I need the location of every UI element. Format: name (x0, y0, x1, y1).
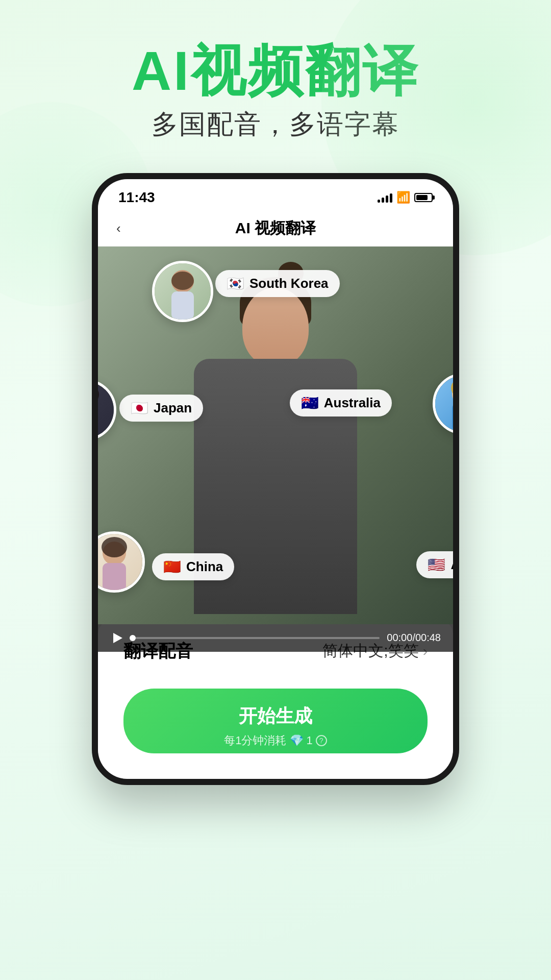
battery-icon (414, 193, 433, 202)
svg-rect-1 (171, 291, 194, 320)
current-time: 00:00 (387, 632, 412, 643)
svg-point-2 (171, 272, 194, 290)
status-bar: 11:43 📶 (98, 179, 453, 211)
progress-dot (130, 635, 136, 641)
battery-fill (416, 195, 428, 200)
cost-amount: 1 (307, 734, 313, 747)
play-button[interactable] (110, 630, 126, 646)
avatar-south-korea (152, 261, 213, 322)
status-time: 11:43 (118, 189, 155, 206)
phone-frame: 11:43 📶 (92, 173, 459, 785)
info-icon[interactable]: ? (316, 735, 327, 746)
badge-south-korea: 🇰🇷 South Korea (215, 270, 340, 297)
phone-inner: 11:43 📶 (98, 179, 453, 779)
svg-rect-7 (452, 403, 453, 431)
total-time: 00:48 (415, 632, 441, 643)
cost-prefix: 每1分钟消耗 (224, 733, 286, 748)
start-button-text: 开始生成 (239, 704, 312, 729)
south-korea-flag: 🇰🇷 (227, 275, 244, 292)
play-triangle-icon (113, 633, 122, 643)
avatar-china (98, 531, 145, 593)
australia-label: Australia (324, 395, 381, 411)
america-flag: 🇺🇸 (428, 556, 445, 573)
app-navbar: ‹ AI 视频翻译 (98, 211, 453, 247)
svg-point-11 (102, 537, 127, 557)
progress-bar[interactable] (133, 637, 380, 639)
start-button[interactable]: 开始生成 每1分钟消耗 💎 1 ? (123, 689, 428, 753)
person-head (242, 287, 309, 366)
svg-point-5 (98, 383, 99, 406)
video-area: 🇰🇷 South Korea 🇯🇵 Japan 🇦🇺 Australia (98, 247, 453, 624)
japan-flag: 🇯🇵 (131, 400, 148, 416)
badge-japan: 🇯🇵 Japan (119, 395, 203, 422)
svg-rect-10 (103, 563, 126, 590)
south-korea-label: South Korea (249, 276, 329, 291)
status-icons: 📶 (378, 191, 433, 204)
nav-title: AI 视频翻译 (235, 218, 316, 239)
time-display: 00:00/00:48 (387, 632, 441, 644)
phone-mockup: 11:43 📶 (92, 173, 459, 785)
video-background: 🇰🇷 South Korea 🇯🇵 Japan 🇦🇺 Australia (98, 247, 453, 624)
australia-flag: 🇦🇺 (301, 395, 319, 411)
page-container: AI视频翻译 多国配音，多语字幕 11:43 📶 (0, 0, 551, 980)
japan-label: Japan (154, 400, 192, 416)
back-button[interactable]: ‹ (116, 220, 121, 236)
badge-australia: 🇦🇺 Australia (290, 389, 392, 416)
badge-china: 🇨🇳 China (152, 553, 234, 580)
signal-icon (378, 192, 392, 203)
china-flag: 🇨🇳 (163, 558, 181, 575)
avatar-japan (98, 379, 116, 440)
america-label: America (450, 557, 453, 573)
start-button-subtitle: 每1分钟消耗 💎 1 ? (224, 733, 327, 748)
wifi-icon: 📶 (396, 191, 410, 204)
video-controls[interactable]: 00:00/00:48 (98, 624, 453, 652)
badge-america: 🇺🇸 America (416, 551, 453, 578)
start-button-area: 开始生成 每1分钟消耗 💎 1 ? (98, 678, 453, 779)
diamond-icon: 💎 (290, 734, 304, 747)
china-label: China (186, 559, 223, 575)
avatar-australia (433, 373, 453, 434)
